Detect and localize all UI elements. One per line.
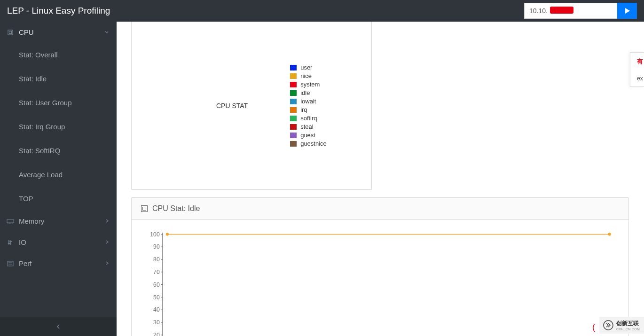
- svg-text:80: 80: [153, 256, 160, 263]
- sidebar-item-io[interactable]: IO: [0, 232, 117, 253]
- svg-text:60: 60: [153, 281, 160, 288]
- sidebar-collapse-button[interactable]: [0, 317, 117, 336]
- svg-text:40: 40: [153, 306, 160, 313]
- legend-swatch: [290, 65, 297, 70]
- cpu-stat-card: CPU STAT usernicesystemidleiowaitirqsoft…: [131, 22, 372, 190]
- legend-swatch: [290, 124, 297, 130]
- svg-text:30: 30: [153, 319, 160, 326]
- sidebar-item-perf[interactable]: Perf: [0, 253, 117, 274]
- legend-label: idle: [300, 89, 310, 96]
- legend-swatch: [290, 82, 297, 87]
- legend-item[interactable]: guest: [290, 132, 327, 139]
- legend-item[interactable]: softirq: [290, 115, 327, 122]
- side-panel-title: 有: [637, 57, 639, 66]
- main-content: CPU STAT usernicesystemidleiowaitirqsoft…: [117, 22, 644, 336]
- app-title: LEP - Linux Easy Profiling: [7, 6, 110, 16]
- sidebar-sub-stat-irqgroup[interactable]: Stat: Irq Group: [0, 115, 117, 139]
- legend-swatch: [290, 107, 297, 113]
- svg-rect-2: [9, 31, 12, 33]
- perf-icon: [7, 260, 14, 267]
- sidebar-item-cpu[interactable]: CPU: [0, 22, 117, 43]
- svg-text:100: 100: [150, 231, 159, 237]
- legend-swatch: [290, 141, 297, 147]
- decorative-caret: (: [592, 322, 597, 329]
- sidebar: CPU Stat: Overall Stat: Idle Stat: User …: [0, 22, 117, 336]
- svg-text:20: 20: [153, 332, 160, 336]
- play-icon: [623, 7, 631, 15]
- sidebar-sub-stat-softirq[interactable]: Stat: SoftIRQ: [0, 139, 117, 163]
- legend-swatch: [290, 99, 297, 104]
- svg-text:50: 50: [153, 294, 160, 300]
- play-button[interactable]: [617, 3, 637, 19]
- legend-label: guestnice: [300, 140, 327, 147]
- svg-point-32: [608, 233, 611, 235]
- cpu-icon: [141, 205, 148, 212]
- svg-marker-0: [625, 8, 630, 14]
- legend-item[interactable]: idle: [290, 89, 327, 96]
- sidebar-item-label: Memory: [19, 217, 44, 225]
- legend-item[interactable]: iowait: [290, 98, 327, 105]
- legend-label: user: [300, 64, 312, 71]
- legend-item[interactable]: user: [290, 64, 327, 71]
- chevron-right-icon: [105, 219, 109, 224]
- sidebar-sub-stat-overall[interactable]: Stat: Overall: [0, 43, 117, 67]
- cpu-icon: [7, 29, 14, 36]
- legend-label: iowait: [300, 98, 316, 105]
- legend-label: softirq: [300, 115, 317, 122]
- chevron-right-icon: [105, 261, 109, 266]
- sidebar-sub-stat-usergroup[interactable]: Stat: User Group: [0, 91, 117, 115]
- sidebar-item-memory[interactable]: Memory: [0, 211, 117, 232]
- io-icon: [7, 239, 14, 246]
- ip-input[interactable]: [524, 3, 617, 19]
- legend-swatch: [290, 133, 297, 138]
- legend-swatch: [290, 90, 297, 96]
- sub-label: TOP: [19, 195, 33, 203]
- svg-rect-3: [7, 219, 14, 223]
- legend-label: nice: [300, 72, 312, 79]
- watermark-brand: 创新互联: [616, 320, 640, 328]
- svg-rect-8: [8, 261, 13, 266]
- watermark: 创新互联 CXHLCN.COM: [599, 317, 644, 334]
- legend-swatch: [290, 73, 297, 79]
- app-header: LEP - Linux Easy Profiling: [0, 0, 644, 22]
- ip-input-wrapper: [524, 3, 617, 19]
- side-panel[interactable]: 有 ex: [630, 52, 644, 87]
- legend-label: irq: [300, 106, 307, 113]
- sub-label: Stat: Overall: [19, 51, 58, 59]
- watermark-sub: CXHLCN.COM: [616, 328, 640, 331]
- sub-label: Average Load: [19, 171, 63, 179]
- idle-chart-svg: 1009080706050403020: [141, 229, 619, 336]
- legend-label: steal: [300, 123, 313, 130]
- sub-label: Stat: User Group: [19, 99, 72, 107]
- cpu-submenu: Stat: Overall Stat: Idle Stat: User Grou…: [0, 43, 117, 211]
- legend-item[interactable]: irq: [290, 106, 327, 113]
- legend-label: system: [300, 81, 320, 88]
- sub-label: Stat: Idle: [19, 75, 47, 83]
- watermark-logon-icon: [602, 319, 614, 331]
- legend-label: guest: [300, 132, 315, 139]
- legend-item[interactable]: steal: [290, 123, 327, 130]
- cpu-idle-card: CPU Stat: Idle 1009080706050403020: [131, 197, 629, 336]
- header-controls: [524, 3, 637, 19]
- sidebar-sub-top[interactable]: TOP: [0, 187, 117, 211]
- sidebar-item-label: CPU: [19, 28, 34, 36]
- cpu-idle-header: CPU Stat: Idle: [132, 198, 628, 220]
- cpu-idle-title: CPU Stat: Idle: [152, 204, 200, 213]
- sidebar-item-label: Perf: [19, 259, 32, 267]
- sidebar-sub-averageload[interactable]: Average Load: [0, 163, 117, 187]
- cpu-stat-title: CPU STAT: [216, 102, 248, 109]
- legend-item[interactable]: nice: [290, 72, 327, 79]
- svg-text:90: 90: [153, 243, 160, 250]
- svg-text:70: 70: [153, 269, 160, 275]
- sidebar-content: CPU Stat: Overall Stat: Idle Stat: User …: [0, 22, 117, 317]
- chevron-left-icon: [56, 324, 61, 329]
- legend-item[interactable]: guestnice: [290, 140, 327, 147]
- svg-rect-1: [8, 30, 13, 35]
- cpu-idle-chart: 1009080706050403020: [132, 220, 628, 336]
- svg-point-31: [166, 233, 169, 235]
- side-panel-line: ex: [637, 75, 639, 82]
- legend-swatch: [290, 116, 297, 121]
- legend-item[interactable]: system: [290, 81, 327, 88]
- chevron-down-icon: [104, 30, 109, 35]
- sidebar-sub-stat-idle[interactable]: Stat: Idle: [0, 67, 117, 91]
